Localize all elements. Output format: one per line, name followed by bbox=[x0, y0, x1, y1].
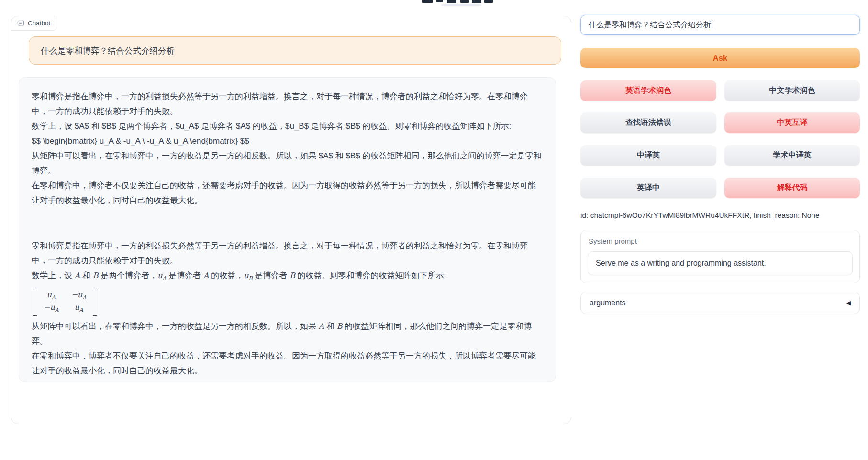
inline-math: uA bbox=[74, 303, 83, 313]
inline-math: B bbox=[289, 271, 295, 280]
chatbot-panel: Chatbot 什么是零和博弈？结合公式介绍分析 零和博弈是指在博弈中，一方的利… bbox=[11, 16, 571, 424]
matrix-bracket-left bbox=[33, 288, 37, 315]
bot-message-bubble: 零和博弈是指在博弈中，一方的利益损失必然等于另一方的利益增益。换言之，对于每一种… bbox=[19, 77, 556, 382]
question-input-value: 什么是零和博弈？结合公式介绍分析 bbox=[589, 20, 711, 30]
ask-button[interactable]: Ask bbox=[580, 48, 860, 68]
quick-button-zh-to-en[interactable]: 中译英 bbox=[580, 145, 716, 166]
chatbot-panel-label: Chatbot bbox=[11, 16, 57, 31]
quick-button-find-grammar-errors[interactable]: 查找语法错误 bbox=[580, 112, 716, 133]
clipped-title-fragment bbox=[460, 0, 469, 3]
quick-button-chinese-academic-polish[interactable]: 中文学术润色 bbox=[724, 80, 860, 101]
text-cursor bbox=[712, 20, 712, 30]
bot-paragraph: 零和博弈是指在博弈中，一方的利益损失必然等于另一方的利益增益。换言之，对于每一种… bbox=[32, 238, 543, 268]
chatbot-panel-label-text: Chatbot bbox=[28, 20, 50, 27]
bot-paragraph: 在零和博弈中，博弈者不仅要关注自己的收益，还需要考虑对手的收益。因为一方取得的收… bbox=[32, 178, 543, 208]
inline-math: B bbox=[93, 271, 99, 280]
quick-button-academic-zh-to-en[interactable]: 学术中译英 bbox=[724, 145, 860, 166]
clipped-title-fragment bbox=[436, 0, 443, 2]
bot-paragraph: 数学上，设 A 和 B 是两个博弈者，uA 是博弈者 A 的收益，uB 是博弈者… bbox=[32, 268, 543, 286]
response-status-line: id: chatcmpl-6wOo7KrYTwMl89lbrMWRu4UkFFX… bbox=[580, 211, 860, 220]
clipped-title-fragment bbox=[447, 0, 456, 3]
inline-math: −uA bbox=[44, 303, 59, 313]
user-message-bubble: 什么是零和博弈？结合公式介绍分析 bbox=[29, 36, 561, 65]
inline-math: A bbox=[319, 322, 324, 331]
clipped-title-fragment bbox=[472, 0, 481, 3]
bot-paragraph: 在零和博弈中，博弈者不仅要关注自己的收益，还需要考虑对手的收益。因为一方取得的收… bbox=[32, 348, 543, 378]
system-prompt-value: Serve me as a writing and programming as… bbox=[596, 259, 766, 268]
inline-math: B bbox=[337, 322, 343, 331]
bot-paragraph: 从矩阵中可以看出，在零和博弈中，一方的收益是另一方的相反数。所以，如果 $A$ … bbox=[32, 148, 543, 178]
arguments-accordion-label: arguments bbox=[590, 299, 626, 307]
inline-math: uB bbox=[244, 271, 252, 280]
bot-paragraph: 零和博弈是指在博弈中，一方的利益损失必然等于另一方的利益增益。换言之，对于每一种… bbox=[32, 89, 543, 119]
inline-math: uA bbox=[157, 271, 166, 280]
user-message-text: 什么是零和博弈？结合公式介绍分析 bbox=[41, 45, 175, 56]
matrix-entries: uA−uA−uAuA bbox=[37, 288, 93, 315]
inline-math: uA bbox=[47, 290, 56, 301]
quick-button-english-academic-polish[interactable]: 英语学术润色 bbox=[580, 80, 716, 101]
bot-paragraph: 从矩阵中可以看出，在零和博弈中，一方的收益是另一方的相反数。所以，如果 A 和 … bbox=[32, 319, 543, 348]
clipped-title-fragment bbox=[484, 0, 493, 3]
clipped-title-fragment bbox=[422, 0, 433, 3]
chat-bubble-icon bbox=[17, 20, 24, 27]
question-input[interactable]: 什么是零和博弈？结合公式介绍分析 bbox=[580, 15, 860, 35]
system-prompt-card: System prompt Serve me as a writing and … bbox=[580, 230, 860, 283]
inline-math: A bbox=[75, 271, 80, 280]
accordion-collapse-icon: ◀ bbox=[846, 299, 851, 306]
system-prompt-label: System prompt bbox=[589, 237, 637, 245]
quick-button-zh-en-mutual-translate[interactable]: 中英互译 bbox=[724, 112, 860, 133]
clipped-page-title bbox=[422, 0, 494, 6]
bot-message-content: 零和博弈是指在博弈中，一方的利益损失必然等于另一方的利益增益。换言之，对于每一种… bbox=[32, 89, 543, 378]
paragraph-spacer bbox=[32, 208, 543, 238]
system-prompt-input[interactable]: Serve me as a writing and programming as… bbox=[588, 251, 853, 275]
quick-button-explain-code[interactable]: 解释代码 bbox=[724, 178, 860, 198]
bot-paragraph: 数学上，设 $A$ 和 $B$ 是两个博弈者，$u_A$ 是博弈者 $A$ 的收… bbox=[32, 119, 543, 134]
matrix-bracket-right bbox=[93, 288, 97, 315]
title-underline bbox=[441, 4, 481, 6]
payoff-matrix: uA−uA−uAuA bbox=[33, 288, 97, 315]
quick-button-en-to-zh[interactable]: 英译中 bbox=[580, 178, 716, 198]
inline-math: A bbox=[203, 271, 209, 280]
bot-paragraph: $$ \begin{bmatrix} u_A & -u_A \ -u_A & u… bbox=[32, 134, 543, 148]
inline-math: −uA bbox=[71, 290, 87, 301]
arguments-accordion[interactable]: arguments ◀ bbox=[580, 292, 860, 314]
